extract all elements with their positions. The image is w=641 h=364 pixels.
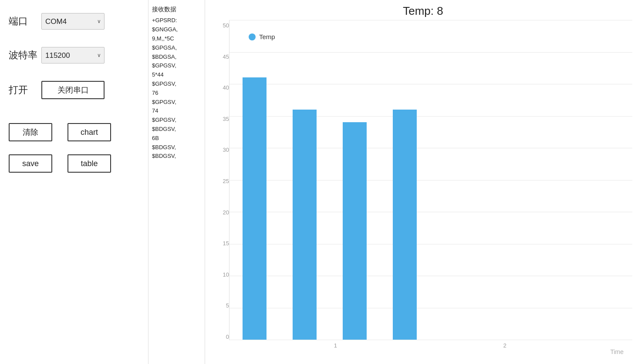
- serial-line: $BDGSV,: [152, 125, 201, 134]
- x-axis-label: 2: [503, 342, 506, 349]
- x-axis-label: 1: [334, 342, 337, 349]
- y-axis-label: 0: [226, 334, 229, 340]
- serial-line: $GPGSV,: [152, 98, 201, 107]
- serial-line: +GPSRD:: [152, 16, 201, 25]
- baud-select[interactable]: 115200 9600 19200 38400 57600: [41, 47, 105, 63]
- chart-title: Temp: 8: [214, 4, 632, 18]
- chart-bar: [293, 110, 317, 340]
- y-axis-label: 40: [223, 84, 229, 91]
- serial-line: $GPGSV,: [152, 61, 201, 70]
- baud-label: 波特率: [9, 49, 41, 62]
- baud-select-wrapper[interactable]: 115200 9600 19200 38400 57600 ∨: [41, 47, 105, 63]
- x-axis-time-label: Time: [610, 348, 624, 355]
- port-row: 端口 COM4 COM1 COM2 COM3 ∨: [9, 13, 139, 30]
- chart-bar: [343, 122, 367, 340]
- save-table-row: save table: [9, 154, 139, 173]
- y-axis-label: 50: [223, 22, 229, 29]
- y-axis-label: 25: [223, 178, 229, 184]
- left-panel: 端口 COM4 COM1 COM2 COM3 ∨ 波特率 115200 9600…: [0, 0, 148, 364]
- right-panel: Temp: 8 50454035302520151050 Temp Time 1…: [205, 0, 641, 364]
- serial-line: $BDGSV,: [152, 143, 201, 152]
- chart-area: 50454035302520151050 Temp Time 12: [214, 20, 632, 355]
- baud-row: 波特率 115200 9600 19200 38400 57600 ∨: [9, 47, 139, 63]
- y-axis-label: 45: [223, 53, 229, 60]
- serial-line: $BDGSA,: [152, 53, 201, 62]
- chart-bar: [243, 77, 267, 340]
- receive-data-label: 接收数据: [152, 4, 201, 14]
- serial-line: 74: [152, 107, 201, 116]
- serial-line: 6B: [152, 134, 201, 143]
- chart-bar: [393, 110, 417, 340]
- chart-button[interactable]: chart: [67, 123, 111, 141]
- port-label: 端口: [9, 15, 41, 28]
- serial-line: $GPGSV,: [152, 116, 201, 125]
- open-label: 打开: [9, 83, 41, 97]
- y-axis: 50454035302520151050: [214, 20, 229, 355]
- port-select-wrapper[interactable]: COM4 COM1 COM2 COM3 ∨: [41, 13, 105, 30]
- bars-container: [229, 20, 632, 340]
- clear-button[interactable]: 清除: [9, 123, 52, 141]
- port-select[interactable]: COM4 COM1 COM2 COM3: [41, 13, 105, 30]
- y-axis-label: 30: [223, 147, 229, 153]
- serial-line: $GPGSV,: [152, 80, 201, 89]
- serial-line: 9,M,,*5C: [152, 34, 201, 43]
- chart-grid: [229, 20, 632, 340]
- y-axis-label: 5: [226, 302, 229, 309]
- middle-panel: 接收数据 +GPSRD:$GNGGA,9,M,,*5C$GPGSA,$BDGSA…: [148, 0, 205, 364]
- serial-line: 5*44: [152, 70, 201, 80]
- chart-body: Temp Time 12: [229, 20, 632, 355]
- clear-chart-row: 清除 chart: [9, 123, 139, 141]
- y-axis-label: 20: [223, 209, 229, 216]
- y-axis-label: 10: [223, 271, 229, 278]
- serial-line: 76: [152, 89, 201, 98]
- serial-line: $BDGSV,: [152, 152, 201, 161]
- x-axis: Time 12: [229, 340, 632, 355]
- serial-line: $GPGSA,: [152, 43, 201, 53]
- open-row: 打开 关闭串口: [9, 81, 139, 99]
- serial-line: $GNGGA,: [152, 25, 201, 34]
- table-button[interactable]: table: [67, 154, 111, 173]
- y-axis-label: 35: [223, 116, 229, 122]
- save-button[interactable]: save: [9, 154, 52, 173]
- serial-data-lines: +GPSRD:$GNGGA,9,M,,*5C$GPGSA,$BDGSA,$GPG…: [152, 16, 201, 161]
- y-axis-label: 15: [223, 240, 229, 247]
- close-serial-button[interactable]: 关闭串口: [41, 81, 105, 99]
